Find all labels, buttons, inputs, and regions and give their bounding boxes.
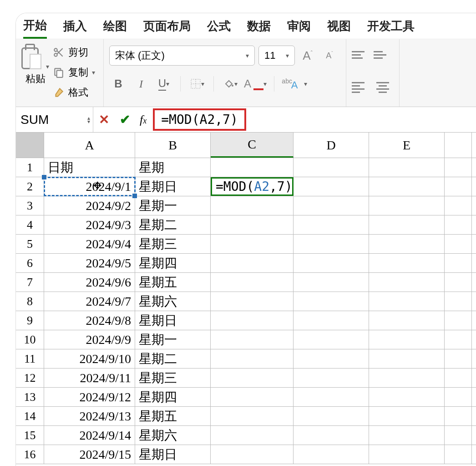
row-header[interactable]: 11 <box>16 349 44 368</box>
cell-F16[interactable] <box>445 445 472 464</box>
align-center-button[interactable] <box>374 78 392 97</box>
cell-F7[interactable] <box>445 273 472 292</box>
fx-icon[interactable]: fx <box>135 113 151 127</box>
cell-C8[interactable] <box>211 292 294 311</box>
row-header[interactable]: 6 <box>16 254 44 272</box>
row-header[interactable]: 13 <box>16 388 44 406</box>
col-header-F[interactable] <box>445 133 472 158</box>
cell-F5[interactable] <box>445 235 472 253</box>
increase-font-button[interactable]: Aˆ <box>299 46 317 65</box>
cell-F6[interactable] <box>445 254 472 272</box>
tab-pagelayout[interactable]: 页面布局 <box>143 15 191 38</box>
cell-F15[interactable] <box>445 426 472 445</box>
cell-E7[interactable] <box>369 273 445 292</box>
cell-C4[interactable] <box>211 215 294 234</box>
select-all-corner[interactable] <box>16 133 44 158</box>
cell-B4[interactable]: 星期二 <box>135 215 211 234</box>
cell-D16[interactable] <box>294 445 369 464</box>
cell-A1[interactable]: 日期 <box>44 158 135 177</box>
cell-D3[interactable] <box>294 196 369 215</box>
cell-F3[interactable] <box>445 196 472 215</box>
cell-C3[interactable] <box>211 196 294 215</box>
copy-button[interactable]: 复制 ▾ <box>52 64 96 81</box>
cell-A9[interactable]: 2024/9/8 <box>44 311 135 330</box>
cell-C9[interactable] <box>211 311 294 330</box>
cell-A14[interactable]: 2024/9/13 <box>44 407 135 425</box>
cell-E14[interactable] <box>369 407 445 425</box>
cell-F2[interactable] <box>445 177 472 196</box>
cell-B10[interactable]: 星期一 <box>135 330 211 349</box>
cell-E8[interactable] <box>369 292 445 311</box>
format-painter-button[interactable]: 格式 <box>52 84 96 101</box>
cell-E5[interactable] <box>369 235 445 253</box>
cell-C6[interactable] <box>211 254 294 272</box>
cell-F1[interactable] <box>445 158 472 177</box>
cell-C10[interactable] <box>211 330 294 349</box>
cell-C7[interactable] <box>211 273 294 292</box>
cell-C16[interactable] <box>211 445 294 464</box>
cut-button[interactable]: 剪切 <box>52 44 96 61</box>
cell-A10[interactable]: 2024/9/9 <box>44 330 135 349</box>
cell-B3[interactable]: 星期一 <box>135 196 211 215</box>
font-color-button[interactable]: A ▾ <box>244 75 267 93</box>
tab-insert[interactable]: 插入 <box>63 15 87 38</box>
cell-C12[interactable] <box>211 369 294 387</box>
cell-A13[interactable]: 2024/9/12 <box>44 388 135 406</box>
tab-draw[interactable]: 绘图 <box>103 15 127 38</box>
col-header-C[interactable]: C <box>211 133 294 158</box>
cell-E15[interactable] <box>369 426 445 445</box>
cell-A3[interactable]: 2024/9/2 <box>44 196 135 215</box>
font-size-select[interactable]: 11 ▾ <box>258 46 295 66</box>
cell-D7[interactable] <box>294 273 369 292</box>
cell-B6[interactable]: 星期四 <box>135 254 211 272</box>
align-left-button[interactable] <box>352 78 370 97</box>
tab-view[interactable]: 视图 <box>327 15 351 38</box>
cell-F13[interactable] <box>445 388 472 406</box>
cell-E10[interactable] <box>369 330 445 349</box>
tab-review[interactable]: 审阅 <box>287 15 311 38</box>
italic-button[interactable]: I <box>132 75 150 93</box>
cell-D6[interactable] <box>294 254 369 272</box>
cell-F9[interactable] <box>445 311 472 330</box>
formula-input[interactable]: =MOD(A2,7) <box>153 108 246 131</box>
cell-C2[interactable]: =MOD(A2,7) <box>211 177 294 196</box>
tab-home[interactable]: 开始 <box>23 14 47 39</box>
cell-D5[interactable] <box>294 235 369 253</box>
row-header[interactable]: 12 <box>16 369 44 387</box>
cell-B12[interactable]: 星期三 <box>135 369 211 387</box>
cell-C15[interactable] <box>211 426 294 445</box>
cell-F8[interactable] <box>445 292 472 311</box>
bold-button[interactable]: B <box>109 75 127 93</box>
cell-A11[interactable]: 2024/9/10 <box>44 349 135 368</box>
cell-F11[interactable] <box>445 349 472 368</box>
name-box-spinner[interactable]: ▴▾ <box>87 116 90 123</box>
align-middle-button[interactable] <box>374 46 392 64</box>
cell-A12[interactable]: 2024/9/11 <box>44 369 135 387</box>
cell-D13[interactable] <box>294 388 369 406</box>
cell-C11[interactable] <box>211 349 294 368</box>
cell-C13[interactable] <box>211 388 294 406</box>
cell-D12[interactable] <box>294 369 369 387</box>
cell-A5[interactable]: 2024/9/4 <box>44 235 135 253</box>
row-header[interactable]: 16 <box>16 445 44 464</box>
cell-F14[interactable] <box>445 407 472 425</box>
cell-E16[interactable] <box>369 445 445 464</box>
cell-A16[interactable]: 2024/9/15 <box>44 445 135 464</box>
cell-B7[interactable]: 星期五 <box>135 273 211 292</box>
cell-C5[interactable] <box>211 235 294 253</box>
paste-button[interactable]: ▾ 粘贴 <box>21 45 49 86</box>
name-box[interactable]: SUM ▴▾ <box>16 107 93 132</box>
cell-D4[interactable] <box>294 215 369 234</box>
col-header-E[interactable]: E <box>369 133 445 158</box>
row-header[interactable]: 14 <box>16 407 44 425</box>
chevron-down-icon[interactable]: ▾ <box>92 69 95 76</box>
cell-B1[interactable]: 星期 <box>135 158 211 177</box>
cell-E4[interactable] <box>369 215 445 234</box>
tab-formulas[interactable]: 公式 <box>207 15 231 38</box>
col-header-A[interactable]: A <box>44 133 135 158</box>
cell-D14[interactable] <box>294 407 369 425</box>
row-header[interactable]: 9 <box>16 311 44 330</box>
font-name-select[interactable]: 宋体 (正文) ▾ <box>109 46 255 66</box>
cell-A8[interactable]: 2024/9/7 <box>44 292 135 311</box>
cell-E9[interactable] <box>369 311 445 330</box>
